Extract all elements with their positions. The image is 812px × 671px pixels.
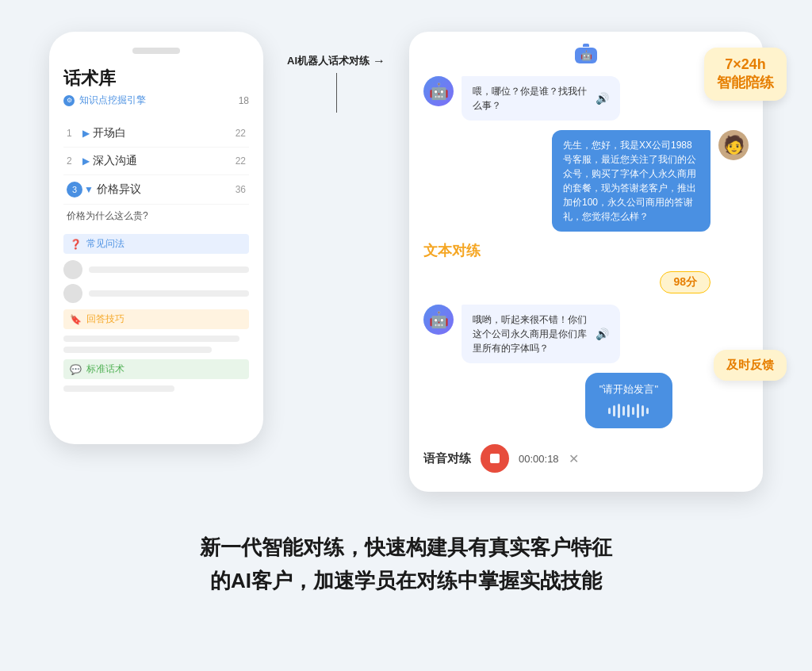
record-stop-icon bbox=[490, 454, 500, 463]
bot-bubble-1: 喂，哪位？你是谁？找我什么事？ 🔊 bbox=[462, 76, 620, 121]
score-row: 98分 bbox=[423, 265, 749, 300]
tips-line-1 bbox=[63, 336, 239, 342]
menu-arrow-3: ▼ bbox=[84, 184, 94, 195]
person-avatar-1 bbox=[63, 260, 82, 279]
subtitle-icon: ⚙ bbox=[63, 95, 75, 106]
score-badge: 98分 bbox=[660, 271, 710, 293]
voice-text: "请开始发言" bbox=[599, 382, 658, 397]
arrow-right-icon: → bbox=[373, 54, 385, 68]
user-avatar-icon: 🧑 bbox=[723, 135, 745, 155]
phone-notch bbox=[132, 48, 180, 54]
badge-24h-text: 7×24h智能陪练 bbox=[717, 56, 774, 93]
arrow-label: AI机器人话术对练 bbox=[287, 54, 370, 68]
bot-avatar-2: 🤖 bbox=[423, 305, 454, 335]
wave-1 bbox=[608, 408, 611, 414]
user-message-1-text: 先生，您好，我是XX公司1988号客服，最近您关注了我们的公众号，购买了字体个人… bbox=[563, 140, 696, 222]
menu-arrow-1: ▶ bbox=[82, 128, 90, 139]
timer: 00:00:18 bbox=[519, 453, 559, 465]
tips-icon: 🔖 bbox=[70, 314, 82, 325]
badge-feedback-text: 及时反馈 bbox=[726, 358, 774, 371]
menu-label-2: 深入沟通 bbox=[93, 154, 236, 168]
bot-icon-2: 🤖 bbox=[429, 310, 449, 329]
bot-bubble-1-inner: 喂，哪位？你是谁？找我什么事？ 🔊 bbox=[473, 84, 609, 113]
sub-question: 价格为什么这么贵? bbox=[63, 205, 249, 228]
wave-8 bbox=[642, 405, 644, 416]
wave-4 bbox=[622, 406, 625, 416]
menu-count-1: 22 bbox=[236, 128, 246, 139]
sound-icon-2: 🔊 bbox=[596, 326, 609, 343]
wave-5 bbox=[627, 405, 630, 417]
record-button[interactable] bbox=[481, 444, 509, 473]
menu-item-2[interactable]: 2 ▶ 深入沟通 22 bbox=[63, 148, 249, 175]
standard-placeholder-lines bbox=[63, 385, 249, 392]
standard-icon: 💬 bbox=[70, 364, 82, 375]
user-message-1-row: 🧑 先生，您好，我是XX公司1988号客服，最近您关注了我们的公众号，购买了字体… bbox=[423, 130, 749, 232]
menu-label-1: 开场白 bbox=[93, 126, 236, 140]
faq-person-row-2 bbox=[63, 284, 249, 303]
standard-line-1 bbox=[63, 385, 174, 392]
wave-6 bbox=[632, 407, 634, 415]
badge-feedback: 及时反馈 bbox=[714, 350, 787, 381]
wave-7 bbox=[637, 404, 639, 418]
bot-bubble-2-inner: 哦哟，听起来很不错！你们这个公司永久商用是你们库里所有的字体吗？ 🔊 bbox=[473, 312, 609, 355]
faq-person-row-1 bbox=[63, 260, 249, 279]
bot-message-1-text: 喂，哪位？你是谁？找我什么事？ bbox=[473, 84, 591, 113]
menu-count-3: 36 bbox=[236, 184, 246, 195]
bot-message-2-row: 🤖 哦哟，听起来很不错！你们这个公司永久商用是你们库里所有的字体吗？ 🔊 bbox=[423, 305, 749, 363]
section-standard-tag: 💬 标准话术 bbox=[63, 359, 249, 379]
chat-header: 🤖 bbox=[423, 48, 749, 63]
bottom-text-block: 新一代智能对练，快速构建具有真实客户特征 的AI客户，加速学员在对练中掌握实战技… bbox=[200, 531, 612, 597]
menu-num-2: 2 bbox=[67, 155, 82, 167]
left-phone-mockup: 话术库 ⚙ 知识点挖掘引擎 18 1 ▶ 开场白 22 2 ▶ 深入沟通 22 … bbox=[49, 32, 263, 444]
subtitle-text: 知识点挖掘引擎 bbox=[79, 94, 146, 107]
robot-face-icon: 🤖 bbox=[580, 50, 592, 61]
voice-waves bbox=[599, 403, 658, 419]
standard-label: 标准话术 bbox=[86, 362, 124, 376]
wave-2 bbox=[613, 405, 615, 416]
bot-icon-1: 🤖 bbox=[429, 82, 449, 101]
text-practice-text: 文本对练 bbox=[423, 243, 481, 259]
sound-icon-1: 🔊 bbox=[596, 90, 609, 107]
arrow-connector: AI机器人话术对练 → bbox=[287, 32, 385, 113]
tips-label: 回答技巧 bbox=[86, 312, 124, 326]
close-button[interactable]: ✕ bbox=[569, 451, 579, 466]
faq-icon: ❓ bbox=[70, 239, 82, 250]
menu-label-3: 价格异议 bbox=[97, 182, 236, 197]
section-faq-tag: ❓ 常见问法 bbox=[63, 234, 249, 254]
badge-24h: 7×24h智能陪练 bbox=[704, 48, 787, 101]
tips-placeholder-lines bbox=[63, 336, 249, 353]
menu-num-1: 1 bbox=[67, 128, 82, 139]
phone-title: 话术库 bbox=[63, 67, 249, 90]
user-avatar-1: 🧑 bbox=[718, 130, 749, 160]
right-chat-mockup: 7×24h智能陪练 🤖 🤖 喂，哪位？你是谁？找我什么事？ 🔊 bbox=[409, 32, 763, 492]
menu-arrow-2: ▶ bbox=[82, 155, 90, 167]
faq-placeholder-lines bbox=[63, 260, 249, 303]
phone-subtitle: ⚙ 知识点挖掘引擎 18 bbox=[63, 94, 249, 107]
tips-line-2 bbox=[63, 347, 212, 353]
menu-count-2: 22 bbox=[236, 155, 246, 167]
menu-item-1[interactable]: 1 ▶ 开场白 22 bbox=[63, 120, 249, 148]
menu-item-3[interactable]: 3 ▼ 价格异议 36 bbox=[63, 175, 249, 205]
section-tips-tag: 🔖 回答技巧 bbox=[63, 309, 249, 329]
menu-active-dot: 3 bbox=[67, 182, 82, 197]
voice-bubble: "请开始发言" bbox=[585, 373, 672, 428]
bottom-line-1: 新一代智能对练，快速构建具有真实客户特征 bbox=[200, 531, 612, 565]
voice-controls: 语音对练 00:00:18 ✕ bbox=[423, 436, 749, 476]
bottom-line-2: 的AI客户，加速学员在对练中掌握实战技能 bbox=[200, 565, 612, 598]
bot-avatar-1: 🤖 bbox=[423, 76, 454, 106]
text-practice-label: 文本对练 bbox=[423, 241, 749, 260]
voice-bubble-container: "请开始发言" bbox=[423, 373, 710, 428]
user-bubble-1: 先生，您好，我是XX公司1988号客服，最近您关注了我们的公众号，购买了字体个人… bbox=[552, 130, 710, 232]
person-line-2 bbox=[89, 290, 249, 297]
bot-bubble-2: 哦哟，听起来很不错！你们这个公司永久商用是你们库里所有的字体吗？ 🔊 bbox=[462, 305, 620, 363]
wave-3 bbox=[618, 404, 620, 418]
bot-message-2-text: 哦哟，听起来很不错！你们这个公司永久商用是你们库里所有的字体吗？ bbox=[473, 312, 591, 355]
faq-label: 常见问法 bbox=[86, 237, 124, 251]
bot-message-1-row: 🤖 喂，哪位？你是谁？找我什么事？ 🔊 bbox=[423, 76, 749, 121]
voice-label: 语音对练 bbox=[423, 451, 471, 466]
wave-9 bbox=[646, 408, 649, 414]
person-line-1 bbox=[89, 266, 249, 273]
subtitle-count: 18 bbox=[239, 95, 249, 106]
person-avatar-2 bbox=[63, 284, 82, 303]
